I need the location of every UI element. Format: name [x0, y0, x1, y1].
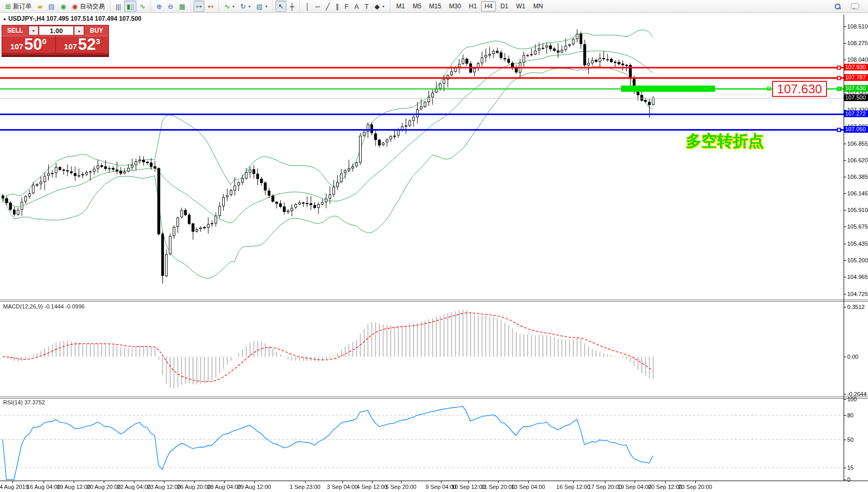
tile-windows-button[interactable]: ▦ — [176, 1, 188, 12]
toolbar-group: ⊞新订单▰▤◉◉自动交易 — [0, 1, 110, 12]
time-axis-label: 4 Sep 12:00 — [356, 484, 387, 490]
line-chart-button[interactable]: ∿ — [137, 1, 148, 12]
toolbar-group: ∿▾↻▾▧▾ — [218, 1, 272, 12]
chart-shift-button[interactable]: ↤ — [205, 1, 216, 12]
channel-icon: ∥ — [336, 3, 339, 10]
volume-input[interactable] — [40, 26, 73, 35]
signals-icon[interactable]: ◉ — [58, 1, 68, 12]
horizontal-line-button[interactable]: ─ — [313, 1, 323, 12]
vertical-line-button[interactable]: │ — [302, 1, 312, 12]
open-chart-icon[interactable]: ▤ — [46, 1, 57, 12]
horizontal-line-icon: ─ — [315, 3, 320, 10]
tf-m1-label: M1 — [396, 3, 405, 10]
tf-d1[interactable]: D1 — [497, 1, 512, 11]
rsi-tick-label: 0 — [847, 476, 850, 483]
tf-m30[interactable]: M30 — [445, 1, 464, 11]
new-order-button-label: 新订单 — [13, 2, 32, 11]
periods-button[interactable]: ↻▾ — [238, 1, 253, 12]
price-tick-label: 106.855 — [847, 140, 868, 147]
templates-button[interactable]: ▧▾ — [254, 1, 270, 12]
tf-h1[interactable]: H1 — [465, 1, 480, 11]
trendline-button[interactable]: ╱ — [323, 1, 333, 12]
tf-h4[interactable]: H4 — [481, 1, 496, 11]
channel-button[interactable]: ∥ — [333, 1, 342, 12]
price-callout-box[interactable]: 107.630 — [772, 81, 827, 97]
new-order-button[interactable]: ⊞新订单 — [3, 1, 34, 12]
buy-price[interactable]: 107 52 3 — [56, 36, 109, 53]
price-level-badge: 107.050 — [844, 126, 868, 133]
arrows-button[interactable]: ◆▾ — [372, 1, 387, 12]
arrows-icon: ◆ — [375, 3, 380, 10]
chinese-annotation[interactable]: 多空转折点 — [686, 131, 764, 152]
time-axis-label: 19 Aug 12:00 — [57, 484, 91, 490]
time-axis-label: 26 Aug 20:00 — [177, 484, 211, 490]
time-axis-label: 23 Sep 20:00 — [678, 484, 712, 490]
tf-mn[interactable]: MN — [530, 1, 547, 11]
volume-increase-button[interactable]: ▲ — [74, 26, 84, 35]
price-tick-label: 105.435 — [847, 241, 868, 247]
text-label-button[interactable]: T — [362, 1, 371, 12]
price-level-badge: 107.500 — [844, 94, 868, 101]
rsi-tick-label: 50 — [847, 437, 853, 443]
chart-canvas[interactable] — [0, 0, 868, 492]
collapse-panel-icon[interactable]: ▲ — [3, 17, 7, 21]
chat-button[interactable] — [848, 1, 862, 12]
new-order-icon: ⊞ — [5, 3, 11, 10]
one-click-trade-panel: SELL ▼ ▲ BUY 107 50 0 107 52 3 — [2, 25, 109, 57]
time-axis-label: 19 Sep 04:00 — [617, 484, 651, 490]
toolbar-group: ↖┼ — [272, 1, 299, 12]
tf-h4-label: H4 — [485, 3, 492, 10]
fibonacci-button[interactable]: F — [342, 1, 351, 12]
tf-w1[interactable]: W1 — [513, 1, 529, 11]
crosshair-icon: ┼ — [290, 3, 294, 10]
time-axis-label: 16 Aug 04:00 — [27, 484, 61, 490]
time-axis-label: 17 Sep 20:00 — [588, 484, 622, 490]
main-toolbar: ⊞新订单▰▤◉◉自动交易|||▮▯∿⊕⊖▦↦↤∿▾↻▾▧▾↖┼│─╱∥FAT◆▾… — [0, 0, 868, 13]
chart-title-text: USDJPY-,H4 107.495 107.514 107.494 107.5… — [8, 15, 142, 22]
tf-m5[interactable]: M5 — [409, 1, 425, 11]
macd-tick-label: 0.3512 — [847, 304, 865, 310]
periods-icon: ↻ — [240, 3, 246, 10]
buy-button[interactable]: BUY — [85, 25, 108, 36]
toolbar-group: │─╱∥FAT◆▾ — [299, 1, 389, 12]
cursor-button[interactable]: ↖ — [275, 1, 286, 12]
vertical-line-icon: │ — [305, 3, 309, 10]
zoom-out-icon: ⊖ — [168, 3, 173, 10]
price-tick-label: 105.910 — [847, 207, 868, 213]
time-axis-label: 11 Sep 20:00 — [481, 484, 515, 490]
auto-scroll-button[interactable]: ↦ — [194, 1, 204, 12]
indicators-button[interactable]: ∿▾ — [222, 1, 237, 12]
tf-m1[interactable]: M1 — [393, 1, 409, 11]
bar-chart-button[interactable]: ||| — [113, 1, 123, 12]
time-axis-label: 5 Sep 20:00 — [385, 484, 416, 490]
volume-field-wrap — [39, 26, 74, 35]
fibonacci-icon: F — [345, 3, 349, 10]
search-button[interactable] — [832, 1, 843, 12]
toolbar-group: |||▮▯∿ — [110, 1, 150, 12]
chat-icon — [851, 3, 859, 9]
sell-price[interactable]: 107 50 0 — [2, 36, 55, 53]
chart-title[interactable]: ▲USDJPY-,H4 107.495 107.514 107.494 107.… — [3, 15, 142, 22]
price-tick-label: 106.145 — [847, 190, 868, 196]
time-axis-label: 20 Sep 12:00 — [648, 484, 682, 490]
candlestick-button[interactable]: ▮▯ — [124, 1, 136, 12]
autotrading-button[interactable]: ◉自动交易 — [70, 1, 107, 12]
time-axis-label: 28 Aug 04:00 — [208, 484, 241, 490]
crayon-icon[interactable]: ▰ — [35, 1, 45, 12]
volume-decrease-button[interactable]: ▼ — [29, 26, 38, 35]
tf-m30-label: M30 — [449, 3, 461, 10]
tf-m15[interactable]: M15 — [425, 1, 445, 11]
sell-button[interactable]: SELL — [2, 25, 28, 36]
price-tick-label: 105.675 — [847, 223, 868, 230]
time-axis-label: 3 Sep 04:00 — [327, 484, 357, 490]
search-icon — [835, 4, 841, 9]
text-button[interactable]: A — [352, 1, 362, 12]
price-axis[interactable] — [844, 15, 868, 481]
zoom-out-button[interactable]: ⊖ — [165, 1, 176, 12]
buy-big-figure: 107 — [64, 41, 77, 52]
rsi-tick-label: 80 — [847, 412, 853, 418]
rsi-tick-label: 100 — [847, 396, 857, 402]
zoom-in-button[interactable]: ⊕ — [154, 1, 164, 12]
price-tick-label: 108.510 — [847, 23, 868, 30]
crosshair-button[interactable]: ┼ — [287, 1, 297, 12]
